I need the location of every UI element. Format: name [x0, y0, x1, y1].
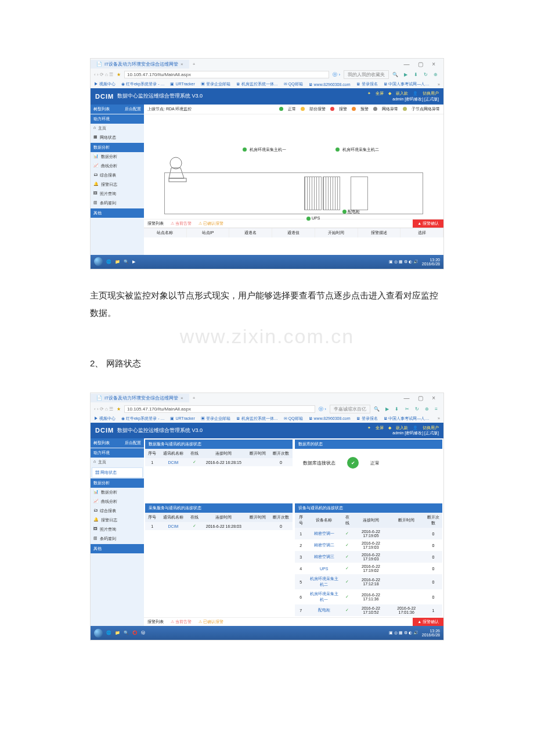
start-orb[interactable] [94, 629, 103, 638]
user-line[interactable]: admin [密码修改] [正式版] [363, 430, 439, 436]
table-row[interactable]: 1DCIM✓2016-6-22 16:28:150 [145, 458, 293, 466]
host-1-node[interactable]: 机房环境采集主机一 [243, 147, 286, 153]
taskbar-ie-icon[interactable]: 🌐 [106, 260, 111, 264]
sidebar-item-report[interactable]: 🗂 综合报表 [91, 506, 144, 516]
table-row[interactable]: 3精密空调三✓2016-6-22 17:19:030 [295, 551, 442, 563]
new-tab-button[interactable]: + [189, 395, 199, 401]
table-row[interactable]: 2精密空调二✓2016-6-22 17:19:030 [295, 539, 442, 551]
toolbar-icons[interactable]: 🔍 ▶ ⬇ ✂ ↻ ⊕ ≡ [374, 406, 440, 412]
alarm-confirm-button[interactable]: ▲ 报警确认 [413, 219, 443, 228]
sidebar-group-analytics[interactable]: 数据分析 [91, 143, 144, 152]
taskbar-app-icon[interactable]: 🔍 [124, 260, 129, 264]
tray-icons[interactable]: ▣ ◎ ▦ ⚙ ◐ 🔊 [389, 631, 418, 635]
close-icon[interactable]: × [181, 62, 183, 67]
taskbar-ie-icon[interactable]: 🌐 [106, 631, 111, 635]
clock-date: 2016/6/28 [422, 262, 440, 266]
sidebar-item-data[interactable]: 📊 数据分析 [91, 488, 144, 497]
table-row[interactable]: 6机房环境采集主机一✓2016-6-22 17:11:360 [295, 589, 442, 604]
sidebar-item-barcode[interactable]: ▥ 条码签到 [91, 534, 144, 543]
browser-tab[interactable]: 📄 IT设备及动力环境安全综合运维网管 × [91, 394, 189, 402]
sidebar-item-home[interactable]: ⌂ 主页 [91, 124, 144, 133]
close-icon[interactable]: × [181, 395, 183, 401]
bookmarks-bar[interactable]: ▶ 视频中心 ◉ 红牛ekp系统登录 - … ▣ URTracker ▣ 登录企… [91, 80, 443, 88]
acked-alarm-label[interactable]: 已确认报警 [203, 221, 223, 225]
address-bar[interactable]: 10.105.47.170/Itu/MainAll.aspx [124, 405, 315, 413]
sidebar-item-report[interactable]: 🗂 综合报表 [91, 171, 144, 180]
logo: DCIM [95, 427, 114, 434]
table-row[interactable]: 5机房环境采集主机二✓2016-6-22 17:12:180 [295, 574, 442, 589]
fullscreen-button[interactable]: 全屏 [376, 426, 384, 430]
sidebar-group-other[interactable]: 其他 [91, 208, 144, 218]
toolbar-icons[interactable]: 🔍 ▶ ⬇ ↻ ⊕ [392, 72, 440, 77]
fullscreen-button[interactable]: 全屏 [376, 91, 384, 95]
taskbar-app2-icon[interactable]: ⭕ [132, 631, 138, 635]
bookmarks-bar[interactable]: ▶ 视频中心 ◉ 红牛ekp系统登录 - … ▣ URTracker ▣ 登录企… [91, 415, 443, 423]
taskbar-explorer-icon[interactable]: 📁 [115, 631, 120, 635]
sidebar-tab-tree[interactable]: 树型列表 [93, 440, 110, 446]
sidebar-tab-tree[interactable]: 树型列表 [93, 106, 110, 112]
acked-alarm-label[interactable]: 已确认报警 [203, 620, 223, 624]
tab-title: IT设备及动力环境安全综合运维网管 [104, 61, 178, 67]
tray-icons[interactable]: ▣ ◎ ▦ ⚙ ◐ 🔊 [389, 260, 418, 264]
sidebar-group-other[interactable]: 其他 [91, 544, 144, 553]
panel-collect-service: 采集服务与通讯机的连接状态 序号通讯机名称在线连接时间断开时间断开次数 1DCI… [145, 503, 293, 616]
taskbar-app2-icon[interactable]: ▶ [132, 260, 135, 264]
embed-button[interactable]: 嵌入款 [396, 91, 408, 95]
sidebar-group-env[interactable]: 动力环境 [91, 448, 144, 458]
embed-button[interactable]: 嵌入款 [396, 426, 408, 430]
ie-mode-icon[interactable]: ⓔ › [319, 406, 326, 412]
sidebar-group-analytics[interactable]: 数据分析 [91, 478, 144, 488]
alarm-table-header: 站点名称站点IP通道名通道值开始时间报警描述选择 [144, 228, 443, 237]
sidebar-item-barcode[interactable]: ▥ 条码签到 [91, 199, 144, 208]
user-line[interactable]: admin [密码修改] [正式版] [363, 96, 439, 102]
alarm-list-label[interactable]: 报警列表 [144, 618, 167, 626]
nav-buttons[interactable]: ‹ › ⟳ ⌂ ☰ [94, 406, 113, 412]
sidebar-item-alarmlog[interactable]: 🔔 报警日志 [91, 516, 144, 525]
alarm-bar: 报警列表 ⚠ 当前告警 ⚠ 已确认报警 ▲ 报警确认 [144, 219, 443, 228]
window-controls[interactable]: — ▢ × [404, 61, 443, 67]
panel-title: 数据服务与通讯机的连接状态 [145, 440, 293, 449]
current-alarm-label[interactable]: 当前告警 [175, 620, 192, 624]
current-alarm-label[interactable]: 当前告警 [175, 221, 192, 225]
search-box[interactable]: 我的人我的收藏夹 [344, 70, 389, 79]
sidebar-item-photo[interactable]: 🖼 照片查询 [91, 525, 144, 534]
floorplan-canvas[interactable]: 机房环境采集主机一 机房环境采集主机二 UPS 配电柜 [144, 114, 443, 219]
taskbar-word-icon[interactable]: Ⓦ [141, 630, 145, 636]
screenshot-2: 📄 IT设备及动力环境安全综合运维网管 × + — ▢ × ‹ › ⟳ ⌂ ☰ … [90, 393, 444, 641]
table-row[interactable]: 4UPS✓2016-6-22 17:19:020 [295, 563, 442, 574]
table-row[interactable]: 7配电柜✓2016-6-22 17:10:522016-6-22 17:01:3… [295, 604, 442, 616]
start-orb[interactable] [94, 257, 103, 266]
search-box[interactable]: 李嘉诚缩水百亿 [330, 405, 370, 413]
browser-tab[interactable]: 📄 IT设备及动力环境安全综合运维网管 × [91, 60, 189, 69]
sidebar-item-home[interactable]: ⌂ 主页 [91, 458, 144, 467]
ie-mode-icon[interactable]: ⓔ › [333, 71, 340, 78]
taskbar[interactable]: 🌐📁🔍⭕Ⓦ ▣ ◎ ▦ ⚙ ◐ 🔊13:262016/6/28 [91, 626, 443, 640]
sidebar-item-curve[interactable]: 📈 曲线分析 [91, 497, 144, 506]
taskbar-explorer-icon[interactable]: 📁 [115, 260, 120, 264]
alarm-confirm-button[interactable]: ▲ 报警确认 [413, 618, 443, 626]
sidebar-item-network-selected[interactable]: ▦ 网络状态 [92, 467, 143, 478]
window-controls[interactable]: — ▢ × [404, 395, 443, 401]
switch-user-button[interactable]: 切换用户 [423, 91, 439, 95]
star-icon[interactable]: ★ [117, 406, 121, 412]
app-title: 数据中心监控运维综合管理系统 V3.0 [117, 427, 203, 434]
address-bar[interactable]: 10.105.47.170/Itu/MainAll.aspx [124, 71, 329, 78]
taskbar-app-icon[interactable]: 🔍 [124, 631, 129, 635]
nav-buttons[interactable]: ‹ › ⟳ ⌂ ☰ [94, 72, 113, 77]
sidebar-group-env[interactable]: 动力环境 [91, 114, 144, 124]
sidebar-item-photo[interactable]: 🖼 照片查询 [91, 189, 144, 199]
new-tab-button[interactable]: + [189, 62, 199, 67]
taskbar[interactable]: 🌐📁🔍▶ ▣ ◎ ▦ ⚙ ◐ 🔊13:202016/6/28 [91, 255, 443, 269]
switch-user-button[interactable]: 切换用户 [423, 426, 439, 430]
sidebar-tab-config[interactable]: 后台配置 [125, 106, 141, 112]
host-2-node[interactable]: 机房环境采集主机二 [335, 147, 379, 153]
alarm-list-label[interactable]: 报警列表 [144, 219, 167, 228]
sidebar-item-alarmlog[interactable]: 🔔 报警日志 [91, 180, 144, 189]
sidebar-item-data[interactable]: 📊 数据分析 [91, 152, 144, 161]
table-row[interactable]: 1DCIM✓2016-6-22 16:28:030 [145, 522, 293, 530]
star-icon[interactable]: ★ [117, 72, 121, 77]
sidebar-tab-config[interactable]: 后台配置 [125, 440, 141, 446]
sidebar-item-network[interactable]: ▦ 网络状态 [91, 133, 144, 142]
sidebar-item-curve[interactable]: 📈 曲线分析 [91, 161, 144, 171]
table-row[interactable]: 1精密空调一✓2016-6-22 17:19:050 [295, 528, 442, 539]
